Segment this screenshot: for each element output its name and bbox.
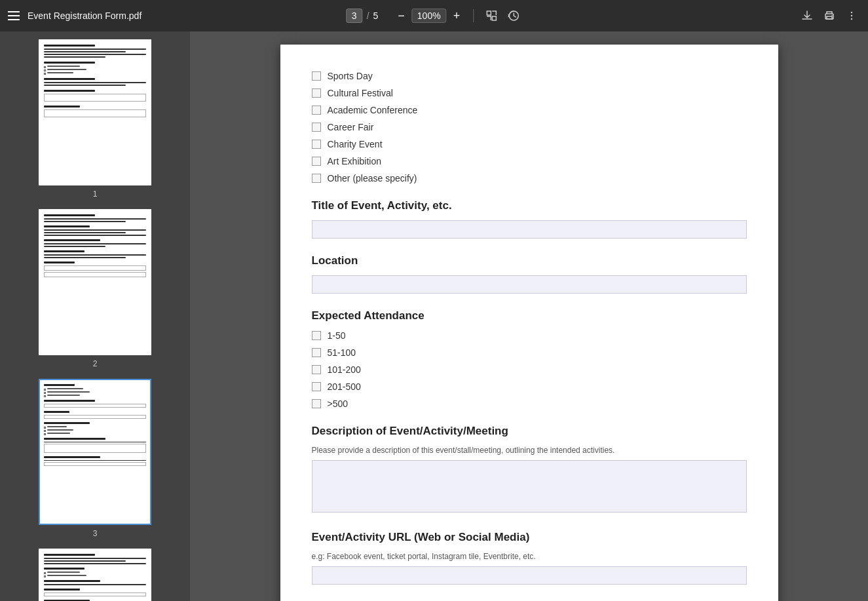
page-separator: /: [367, 10, 369, 21]
checkbox-item-cultural-festival: Cultural Festival: [312, 88, 747, 98]
attendance-item-over-500: >500: [312, 398, 747, 409]
toolbar: Event Registration Form.pdf 3 / 5 − 100%…: [0, 0, 868, 31]
label-sports-day: Sports Day: [328, 71, 373, 81]
attendance-list: 1-50 51-100 101-200 201-500: [312, 330, 747, 409]
checkbox-item-career-fair: Career Fair: [312, 122, 747, 132]
label-art-exhibition: Art Exhibition: [328, 156, 381, 166]
download-button[interactable]: [799, 7, 816, 24]
location-input[interactable]: [312, 275, 747, 294]
zoom-controls: − 100% +: [394, 9, 464, 23]
pdf-page-3: Sports Day Cultural Festival Academic Co…: [280, 45, 778, 601]
checkbox-art-exhibition[interactable]: [312, 157, 321, 166]
thumbnail-page-4[interactable]: 4: [5, 549, 185, 601]
event-type-list: Sports Day Cultural Festival Academic Co…: [312, 71, 747, 184]
checkbox-cultural-festival[interactable]: [312, 88, 321, 98]
url-sublabel: e.g: Facebook event, ticket portal, Inst…: [312, 552, 747, 561]
label-over-500: >500: [328, 398, 349, 409]
print-icon: [823, 10, 835, 22]
pdf-viewer: Sports Day Cultural Festival Academic Co…: [190, 31, 868, 601]
sidebar-thumbnails: 1: [0, 31, 190, 601]
attendance-item-101-200: 101-200: [312, 364, 747, 375]
label-51-100: 51-100: [328, 347, 356, 358]
svg-point-6: [851, 12, 852, 13]
thumbnail-page-2[interactable]: 2: [5, 209, 185, 368]
thumbnail-page-3[interactable]: 3: [5, 379, 185, 538]
event-type-section: Sports Day Cultural Festival Academic Co…: [312, 71, 747, 184]
label-201-500: 201-500: [328, 381, 361, 392]
title-input[interactable]: [312, 220, 747, 239]
checkbox-201-500[interactable]: [312, 382, 321, 391]
attendance-item-1-50: 1-50: [312, 330, 747, 341]
main-area: 1: [0, 31, 868, 601]
thumb-frame-1: [39, 39, 151, 185]
checkbox-1-50[interactable]: [312, 331, 321, 340]
checkbox-other[interactable]: [312, 174, 321, 183]
more-options-icon: [846, 10, 858, 22]
svg-rect-1: [492, 16, 496, 20]
checkbox-over-500[interactable]: [312, 399, 321, 408]
zoom-value: 100%: [411, 9, 447, 23]
history-button[interactable]: [505, 7, 522, 24]
total-pages: 5: [373, 10, 379, 21]
description-textarea[interactable]: [312, 460, 747, 513]
thumb-number-1: 1: [93, 189, 98, 199]
zoom-out-button[interactable]: −: [394, 9, 409, 23]
description-section-label: Description of Event/Activity/Meeting: [312, 425, 747, 438]
thumb-number-3: 3: [93, 529, 98, 538]
attendance-section-label: Expected Attendance: [312, 309, 747, 322]
toolbar-right: [799, 7, 860, 24]
checkbox-sports-day[interactable]: [312, 71, 321, 81]
thumb-frame-2: [39, 209, 151, 355]
thumb-number-2: 2: [93, 359, 98, 368]
checkbox-item-charity-event: Charity Event: [312, 139, 747, 149]
label-cultural-festival: Cultural Festival: [328, 88, 393, 98]
svg-point-7: [851, 15, 852, 16]
download-icon: [801, 10, 813, 22]
svg-rect-4: [827, 16, 832, 19]
url-section-label: Event/Activity URL (Web or Social Media): [312, 531, 747, 544]
thumbnail-page-1[interactable]: 1: [5, 39, 185, 199]
label-charity-event: Charity Event: [328, 139, 383, 149]
more-options-button[interactable]: [843, 7, 860, 24]
location-section: Location: [312, 254, 747, 294]
document-title: Event Registration Form.pdf: [28, 10, 142, 21]
thumb-frame-3: [39, 379, 151, 525]
label-career-fair: Career Fair: [328, 122, 374, 132]
toolbar-left: Event Registration Form.pdf: [8, 10, 142, 21]
url-input[interactable]: [312, 566, 747, 585]
attendance-section: Expected Attendance 1-50 51-100 101-200: [312, 309, 747, 409]
label-other: Other (please specify): [328, 173, 417, 184]
checkbox-charity-event[interactable]: [312, 140, 321, 149]
toolbar-divider: [473, 9, 474, 22]
checkbox-item-sports-day: Sports Day: [312, 71, 747, 81]
current-page[interactable]: 3: [346, 9, 363, 23]
label-1-50: 1-50: [328, 330, 346, 341]
checkbox-item-art-exhibition: Art Exhibition: [312, 156, 747, 166]
label-101-200: 101-200: [328, 364, 361, 375]
description-section: Description of Event/Activity/Meeting Pl…: [312, 425, 747, 515]
hamburger-menu-button[interactable]: [8, 11, 20, 20]
title-section: Title of Event, Activity, etc.: [312, 199, 747, 239]
svg-point-8: [851, 18, 852, 20]
print-button[interactable]: [821, 7, 838, 24]
svg-point-5: [831, 15, 833, 16]
fit-page-icon: [485, 10, 497, 22]
attendance-item-201-500: 201-500: [312, 381, 747, 392]
toolbar-center: 3 / 5 − 100% +: [346, 7, 522, 24]
checkbox-item-other: Other (please specify): [312, 173, 747, 184]
location-section-label: Location: [312, 254, 747, 267]
page-navigation: 3 / 5: [346, 9, 378, 23]
checkbox-item-academic-conference: Academic Conference: [312, 105, 747, 115]
checkbox-51-100[interactable]: [312, 348, 321, 357]
checkbox-101-200[interactable]: [312, 365, 321, 374]
fit-page-button[interactable]: [483, 7, 500, 24]
thumb-frame-4: [39, 549, 151, 601]
checkbox-academic-conference[interactable]: [312, 106, 321, 115]
history-icon: [508, 10, 519, 22]
attendance-item-51-100: 51-100: [312, 347, 747, 358]
description-sublabel: Please provide a description of this eve…: [312, 446, 747, 455]
checkbox-career-fair[interactable]: [312, 123, 321, 132]
zoom-in-button[interactable]: +: [449, 9, 464, 23]
svg-rect-0: [487, 11, 491, 15]
label-academic-conference: Academic Conference: [328, 105, 418, 115]
